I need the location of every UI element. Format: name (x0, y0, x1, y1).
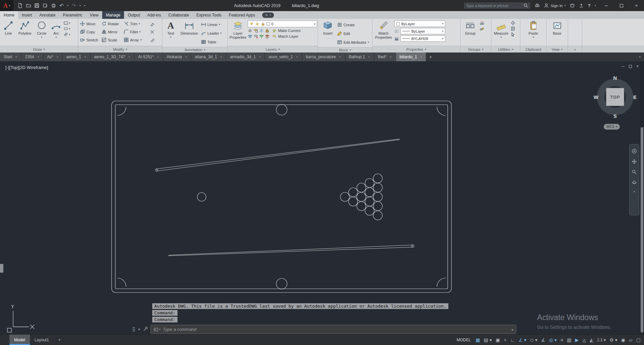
circle-button[interactable]: Circle ▾ (35, 20, 49, 39)
measure-button[interactable]: Measure ▾ (493, 20, 509, 39)
save-icon[interactable] (34, 3, 39, 8)
id-point-button[interactable] (511, 21, 515, 25)
viewport-controls[interactable]: [-][Top][2D Wireframe] (5, 65, 48, 70)
scrollbar-nub[interactable] (0, 264, 3, 273)
scale-button[interactable]: Scale (102, 36, 124, 44)
command-bar[interactable]: ▾ ▴ (151, 325, 516, 334)
infer-constraints-icon[interactable]: ▣ (496, 338, 500, 342)
edit-block-button[interactable]: Edit (337, 30, 369, 37)
arc-button[interactable]: Arc ▾ (50, 20, 62, 39)
viewcube-top-face[interactable]: TOP (606, 88, 624, 106)
file-tab-ac-[interactable]: Ac*× (43, 53, 63, 61)
object-color-dropdown[interactable]: ByLayer ▾ (394, 21, 445, 27)
undo-icon[interactable]: ↶ (59, 3, 64, 8)
vertical-scrollbar[interactable] (640, 61, 644, 334)
tab-close-icon[interactable]: × (296, 55, 298, 59)
dimension-button[interactable]: Dimension (179, 20, 200, 35)
tab-close-icon[interactable]: × (390, 55, 392, 59)
ungroup-button[interactable] (480, 21, 484, 25)
base-button[interactable]: Base (549, 20, 565, 35)
tab-close-icon[interactable]: × (185, 55, 187, 59)
transparency-icon[interactable]: ▨ (567, 338, 571, 342)
panel-label-layers[interactable]: Layers▾ (228, 46, 318, 53)
isometric-drafting-icon[interactable]: ◇ ▾ (530, 338, 537, 342)
file-tab-alokacia[interactable]: Alokacia× (163, 53, 191, 61)
open-file-icon[interactable] (26, 3, 31, 8)
text-button[interactable]: A Text ▾ (164, 20, 177, 39)
snap-mode-icon[interactable]: ▤ ▾ (484, 338, 492, 342)
quick-select-button[interactable] (511, 32, 515, 37)
ribbon-tab-manage[interactable]: Manage (102, 11, 124, 19)
paste-button[interactable]: Paste ▾ (525, 20, 542, 39)
dynamic-input-icon[interactable]: + (504, 338, 507, 342)
lineweight-dropdown[interactable]: BYLAYER ▾ (400, 35, 445, 42)
explode-button[interactable] (150, 30, 155, 34)
move-button[interactable]: Move (80, 20, 102, 28)
ribbon-options-pill[interactable]: ↻▾ (262, 12, 274, 18)
panel-label-block[interactable]: Block▾ (318, 47, 372, 53)
leader-button[interactable]: Leader▾ (201, 29, 222, 37)
minimize-button[interactable]: ─ (599, 0, 614, 11)
line-button[interactable]: Line (2, 20, 15, 35)
application-menu-button[interactable]: A ▾ (0, 0, 13, 11)
file-tab-barca-pescatore[interactable]: barca_pescatore× (302, 53, 345, 61)
search-box[interactable] (464, 2, 531, 9)
copy-button[interactable]: Copy (80, 28, 102, 36)
lineweight-display-icon[interactable]: ≡ (561, 338, 563, 342)
linetype-dropdown[interactable]: ByLayer ▾ (400, 28, 445, 34)
tab-close-icon[interactable]: × (368, 55, 370, 59)
clean-screen-icon[interactable]: ▢ (636, 338, 641, 342)
hardware-acceleration-icon[interactable]: ▱ (629, 338, 633, 342)
workspace-switching-icon[interactable]: ⚙ ▾ (609, 338, 617, 342)
edit-attributes-button[interactable]: Edit Attributes▾ (337, 38, 369, 46)
file-tab-bed-[interactable]: Bed*× (374, 53, 396, 61)
panel-label-draw[interactable]: Draw▾ (0, 46, 78, 53)
file-tab-biliardo-1[interactable]: biliardo_1× (396, 53, 426, 61)
object-snap-tracking-icon[interactable]: ∡ (541, 338, 546, 342)
quick-calc-button[interactable] (511, 26, 515, 31)
file-tab-asce-vetro-1[interactable]: asce_vetro_1× (265, 53, 302, 61)
pan-icon[interactable] (632, 159, 637, 164)
plot-icon[interactable] (51, 3, 56, 8)
search-icon[interactable] (523, 3, 528, 8)
rectangle-tool-button[interactable]: ▾ (64, 21, 70, 25)
panel-label-modify[interactable]: Modify▾ (78, 46, 162, 53)
command-input[interactable] (163, 327, 509, 332)
redo-icon[interactable]: ↷ (72, 3, 76, 8)
scrollbar-thumb[interactable] (641, 127, 643, 333)
close-button[interactable]: × (629, 0, 644, 11)
new-file-icon[interactable] (17, 3, 23, 8)
chevron-down-icon[interactable]: ▾ (595, 4, 596, 7)
steering-wheel-icon[interactable] (632, 148, 637, 154)
polar-tracking-icon[interactable]: ∠ ▾ (519, 338, 526, 342)
wcs-selector[interactable]: WCS ▾ (604, 124, 620, 130)
app-store-icon[interactable] (570, 3, 575, 8)
viewcube-east[interactable]: E (633, 94, 637, 100)
search-input[interactable] (466, 4, 521, 8)
drawing-canvas[interactable]: Y [-][Top][2D Wireframe] ─ × N W E S TOP… (0, 61, 644, 334)
tab-close-icon[interactable]: × (84, 55, 86, 59)
command-expand-icon[interactable]: ▴ (512, 327, 513, 331)
tab-close-icon[interactable]: × (339, 55, 341, 59)
file-tab-overflow-icon[interactable]: ▾ (639, 53, 644, 61)
ribbon-tab-view[interactable]: View (86, 11, 102, 19)
zoom-icon[interactable] (632, 169, 637, 175)
match-layer-button[interactable]: Match Layer (272, 34, 298, 39)
tab-close-icon[interactable]: × (37, 55, 39, 59)
trim-button[interactable]: Trim▾ (124, 20, 150, 28)
navbar-more-icon[interactable]: ▾ (634, 190, 635, 193)
insert-block-button[interactable]: Insert (320, 20, 336, 35)
viewcube-south[interactable]: S (613, 113, 617, 119)
model-tab[interactable]: Model (9, 335, 30, 345)
grid-display-icon[interactable]: ▦ (476, 338, 480, 342)
ribbon-tab-collaborate[interactable]: Collaborate (165, 11, 193, 19)
layer-dropdown[interactable]: 0 ▾ (248, 21, 317, 27)
viewcube-north[interactable]: N (613, 75, 617, 81)
polyline-button[interactable]: Polyline (16, 20, 33, 35)
file-tab-ai-5251-[interactable]: AI-5251*× (134, 53, 163, 61)
ribbon-tab-output[interactable]: Output (124, 11, 144, 19)
ribbon-tab-annotate[interactable]: Annotate (36, 11, 59, 19)
file-tab-aereo-1[interactable]: aereo_1× (63, 53, 90, 61)
tab-close-icon[interactable]: × (128, 55, 130, 59)
ribbon-tab-parametric[interactable]: Parametric (59, 11, 86, 19)
